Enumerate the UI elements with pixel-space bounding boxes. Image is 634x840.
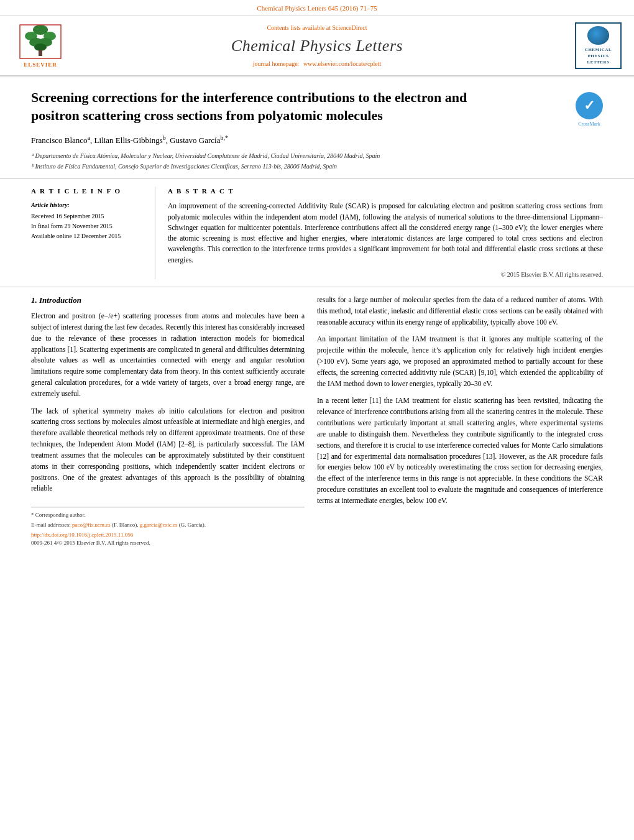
journal-homepage-line: journal homepage: www.elsevier.com/locat… — [68, 60, 566, 68]
affiliations: ᵃ Departamento de Física Atómica, Molecu… — [31, 151, 603, 171]
section1-para3: results for a large number of molecular … — [317, 295, 603, 328]
section1-title: 1. Introduction — [31, 295, 305, 306]
left-column: 1. Introduction Electron and positron (e… — [31, 295, 305, 547]
authors-line: Francisco Blancoa, Lilian Ellis-Gibbings… — [31, 134, 603, 147]
crossmark-icon: ✓ — [576, 92, 603, 119]
article-info-abstract-section: A R T I C L E I N F O Article history: R… — [0, 179, 634, 287]
sciencedirect-link[interactable]: ScienceDirect — [332, 24, 367, 31]
journal-title: Chemical Physics Letters — [68, 35, 566, 57]
elsevier-brand-text: ELSEVIER — [24, 61, 57, 69]
journal-homepage-link[interactable]: www.elsevier.com/locate/cplett — [303, 60, 381, 67]
crossmark-badge: ✓ CrossMark — [576, 92, 603, 127]
abstract-heading: A B S T R A C T — [168, 187, 603, 196]
received-date: Received 16 September 2015 — [31, 212, 145, 221]
elsevier-tree-icon — [19, 24, 62, 60]
right-column: results for a large number of molecular … — [317, 295, 603, 547]
affiliation-a: ᵃ Departamento de Física Atómica, Molecu… — [31, 151, 603, 160]
copyright-line: © 2015 Elsevier B.V. All rights reserved… — [168, 270, 603, 279]
journal-reference-text: Chemical Physics Letters 645 (2016) 71–7… — [257, 4, 377, 12]
journal-logo-text: CHEMICAL PHYSICS LETTERS — [585, 47, 612, 65]
section1-para1: Electron and positron (e−/e+) scattering… — [31, 311, 305, 400]
section1-para5: In a recent letter [11] the IAM treatmen… — [317, 395, 603, 506]
section1-para4: An important limitation of the IAM treat… — [317, 334, 603, 389]
main-body: 1. Introduction Electron and positron (e… — [0, 287, 634, 555]
issn-line: 0009-261 4/© 2015 Elsevier B.V. All righ… — [31, 539, 305, 547]
journal-logo-box: CHEMICAL PHYSICS LETTERS — [566, 22, 622, 69]
abstract-column: A B S T R A C T An improvement of the sc… — [168, 187, 603, 279]
corresponding-author-note: * Corresponding author. — [31, 511, 305, 519]
article-header: ✓ CrossMark Screening corrections for th… — [0, 76, 634, 179]
history-label: Article history: — [31, 201, 145, 210]
article-info-column: A R T I C L E I N F O Article history: R… — [31, 187, 155, 279]
journal-logo: CHEMICAL PHYSICS LETTERS — [575, 22, 622, 69]
authors-text: Francisco Blancoa, Lilian Ellis-Gibbings… — [31, 136, 228, 145]
footnote-area: * Corresponding author. E-mail addresses… — [31, 507, 305, 528]
journal-header-center: Contents lists available at ScienceDirec… — [68, 24, 566, 68]
article-title: Screening corrections for the interferen… — [31, 89, 497, 124]
svg-rect-7 — [39, 50, 42, 56]
abstract-text: An improvement of the screening-correcte… — [168, 201, 603, 265]
elsevier-logo: ELSEVIER — [12, 24, 68, 69]
sciencedirect-line: Contents lists available at ScienceDirec… — [68, 24, 566, 32]
email1-link[interactable]: paco@fis.ucm.es — [72, 522, 111, 528]
final-form-date: In final form 29 November 2015 — [31, 222, 145, 231]
journal-reference-bar: Chemical Physics Letters 645 (2016) 71–7… — [0, 0, 634, 16]
section1-para2: The lack of spherical symmetry makes ab … — [31, 406, 305, 495]
affiliation-b: ᵇ Instituto de Física Fundamental, Conse… — [31, 162, 603, 171]
journal-header: ELSEVIER Contents lists available at Sci… — [0, 16, 634, 76]
email2-link[interactable]: g.garcia@csic.es — [140, 522, 178, 528]
email-footnote: E-mail addresses: paco@fis.ucm.es (F. Bl… — [31, 521, 305, 529]
article-info-heading: A R T I C L E I N F O — [31, 187, 145, 196]
doi-line[interactable]: http://dx.doi.org/10.1016/j.cplett.2015.… — [31, 531, 305, 539]
cpl-icon — [587, 26, 609, 45]
available-online-date: Available online 12 December 2015 — [31, 232, 145, 241]
